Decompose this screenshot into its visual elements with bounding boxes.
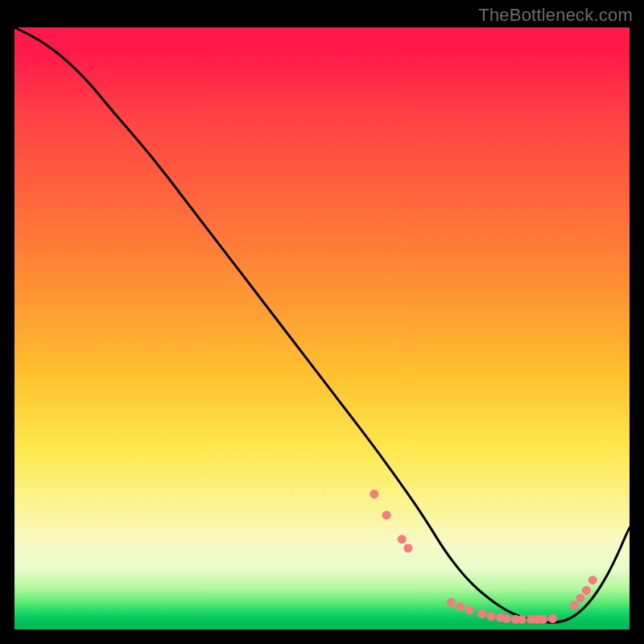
chart-container: TheBottleneck.com — [0, 0, 644, 644]
marker-dot — [477, 609, 486, 618]
marker-dot — [382, 510, 391, 519]
marker-dot — [548, 614, 557, 623]
marker-dot — [570, 601, 579, 610]
marker-dot — [369, 489, 378, 498]
marker-dot — [465, 606, 474, 615]
marker-dot — [487, 612, 496, 621]
markers-group — [369, 489, 597, 624]
watermark-text: TheBottleneck.com — [478, 5, 633, 26]
chart-svg — [14, 27, 630, 630]
marker-dot — [398, 535, 407, 543]
marker-dot — [539, 615, 548, 624]
marker-dot — [588, 576, 597, 584]
curve-line — [14, 27, 630, 622]
plot-area — [14, 27, 630, 630]
marker-dot — [582, 586, 591, 595]
marker-dot — [456, 602, 464, 611]
marker-dot — [518, 615, 526, 624]
marker-dot — [447, 598, 456, 607]
marker-dot — [576, 594, 584, 603]
marker-dot — [502, 614, 511, 623]
marker-dot — [404, 544, 413, 553]
